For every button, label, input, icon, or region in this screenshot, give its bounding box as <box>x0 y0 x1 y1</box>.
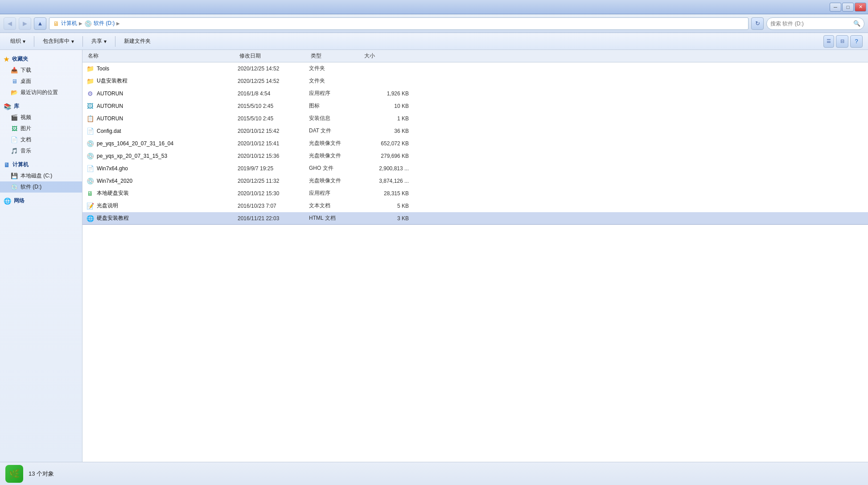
file-name: Win7x64_2020 <box>97 178 238 184</box>
file-row[interactable]: 🌐 硬盘安装教程 2016/11/21 22:03 HTML 文档 3 KB <box>82 212 868 225</box>
file-date: 2016/1/8 4:54 <box>238 90 309 97</box>
close-button[interactable]: ✕ <box>855 3 866 12</box>
file-row[interactable]: 📁 U盘安装教程 2020/12/25 14:52 文件夹 <box>82 75 868 87</box>
file-row[interactable]: 💿 Win7x64_2020 2020/12/25 11:32 光盘映像文件 3… <box>82 175 868 187</box>
sidebar-item-music[interactable]: 🎵 音乐 <box>0 145 82 156</box>
file-date: 2016/11/21 22:03 <box>238 215 309 222</box>
library-label: 库 <box>14 103 19 110</box>
file-row[interactable]: 💿 pe_yqs_1064_20_07_31_16_04 2020/10/12 … <box>82 137 868 150</box>
include-label: 包含到库中 <box>43 37 70 45</box>
computer-icon: 🖥 <box>53 20 59 27</box>
document-icon: 📄 <box>11 136 18 144</box>
file-name: 硬盘安装教程 <box>97 214 238 222</box>
forward-button[interactable]: ▶ <box>19 17 31 30</box>
file-size: 1 KB <box>362 115 416 122</box>
sidebar-section-favorites: ★ 收藏夹 📥 下载 🖥 桌面 📂 最近访问的位置 <box>0 53 82 98</box>
sidebar-network-header[interactable]: 🌐 网络 <box>0 195 82 206</box>
new-folder-button[interactable]: 新建文件夹 <box>119 36 156 47</box>
sidebar-item-drive-c[interactable]: 💾 本地磁盘 (C:) <box>0 170 82 181</box>
sidebar-item-video[interactable]: 🎬 视频 <box>0 112 82 123</box>
file-row[interactable]: 🖥 本地硬盘安装 2020/10/12 15:30 应用程序 28,315 KB <box>82 187 868 200</box>
toolbar-separator-1 <box>34 36 34 47</box>
sidebar-item-image[interactable]: 🖼 图片 <box>0 123 82 134</box>
drive-c-icon: 💾 <box>11 173 18 180</box>
file-row[interactable]: ⚙ AUTORUN 2016/1/8 4:54 应用程序 1,926 KB <box>82 87 868 100</box>
file-row[interactable]: 🖼 AUTORUN 2015/5/10 2:45 图标 10 KB <box>82 100 868 112</box>
recent-icon: 📂 <box>11 89 18 96</box>
file-icon: 🖥 <box>86 189 94 197</box>
file-row[interactable]: 📋 AUTORUN 2015/5/10 2:45 安装信息 1 KB <box>82 112 868 125</box>
file-type: 文件夹 <box>309 77 362 85</box>
back-button[interactable]: ◀ <box>4 17 16 30</box>
col-header-size[interactable]: 大小 <box>362 52 416 60</box>
new-folder-label: 新建文件夹 <box>124 37 151 45</box>
sidebar-item-document[interactable]: 📄 文档 <box>0 134 82 145</box>
col-header-name[interactable]: 名称 <box>86 52 238 60</box>
col-header-type[interactable]: 类型 <box>309 52 362 60</box>
details-view-button[interactable]: ⊟ <box>836 35 848 48</box>
minimize-button[interactable]: ─ <box>830 3 841 12</box>
include-library-button[interactable]: 包含到库中 ▾ <box>38 36 79 47</box>
file-size: 36 KB <box>362 128 416 134</box>
sidebar-favorites-header[interactable]: ★ 收藏夹 <box>0 53 82 65</box>
search-input[interactable] <box>770 21 852 27</box>
view-options-button[interactable]: ☰ <box>823 35 834 48</box>
file-date: 2020/12/25 11:32 <box>238 178 309 184</box>
file-name: AUTORUN <box>97 90 238 97</box>
col-header-date[interactable]: 修改日期 <box>238 52 309 60</box>
organize-button[interactable]: 组织 ▾ <box>5 36 30 47</box>
toolbar: 组织 ▾ 包含到库中 ▾ 共享 ▾ 新建文件夹 ☰ ⊟ ? <box>0 33 868 50</box>
file-name: pe_yqs_xp_20_07_31_15_53 <box>97 153 238 159</box>
sidebar-library-header[interactable]: 📚 库 <box>0 101 82 112</box>
sidebar-image-label: 图片 <box>21 125 31 132</box>
file-date: 2020/12/25 14:52 <box>238 66 309 72</box>
file-type: 应用程序 <box>309 90 362 97</box>
library-icon: 📚 <box>4 103 11 110</box>
sidebar-item-download[interactable]: 📥 下载 <box>0 65 82 76</box>
organize-label: 组织 <box>10 37 21 45</box>
file-type: 文件夹 <box>309 65 362 72</box>
file-row[interactable]: 📄 Win7x64.gho 2019/9/7 19:25 GHO 文件 2,90… <box>82 162 868 175</box>
file-row[interactable]: 📁 Tools 2020/12/25 14:52 文件夹 <box>82 62 868 75</box>
sidebar-drive-d-label: 软件 (D:) <box>21 183 41 191</box>
sidebar-drive-c-label: 本地磁盘 (C:) <box>21 172 52 180</box>
file-type: 光盘映像文件 <box>309 177 362 185</box>
file-name: AUTORUN <box>97 103 238 109</box>
sidebar-computer-header[interactable]: 🖥 计算机 <box>0 159 82 170</box>
file-icon: ⚙ <box>86 90 94 98</box>
computer-label: 计算机 <box>12 161 29 169</box>
file-icon: 📄 <box>86 164 94 173</box>
share-button[interactable]: 共享 ▾ <box>86 36 111 47</box>
file-size: 3 KB <box>362 215 416 222</box>
file-date: 2020/10/12 15:42 <box>238 128 309 134</box>
video-icon: 🎬 <box>11 114 18 121</box>
file-size: 2,900,813 ... <box>362 165 416 172</box>
computer-sidebar-icon: 🖥 <box>4 161 10 169</box>
status-icon: 🌿 <box>5 465 23 483</box>
help-button[interactable]: ? <box>850 35 863 48</box>
file-row[interactable]: 📝 光盘说明 2016/10/23 7:07 文本文档 5 KB <box>82 200 868 212</box>
up-button[interactable]: ▲ <box>34 17 46 30</box>
column-headers: 名称 修改日期 类型 大小 <box>82 50 868 62</box>
star-icon: ★ <box>4 56 9 63</box>
breadcrumb-sep-2: ▶ <box>116 21 120 26</box>
breadcrumb-bar: 🖥 计算机 ▶ 💿 软件 (D:) ▶ <box>49 17 749 30</box>
file-row[interactable]: 📄 Config.dat 2020/10/12 15:42 DAT 文件 36 … <box>82 125 868 137</box>
maximize-button[interactable]: □ <box>842 3 854 12</box>
music-icon: 🎵 <box>11 148 18 155</box>
file-row[interactable]: 💿 pe_yqs_xp_20_07_31_15_53 2020/10/12 15… <box>82 150 868 162</box>
sidebar-item-recent[interactable]: 📂 最近访问的位置 <box>0 87 82 98</box>
sidebar-item-desktop[interactable]: 🖥 桌面 <box>0 76 82 87</box>
sidebar-section-computer: 🖥 计算机 💾 本地磁盘 (C:) 💿 软件 (D:) <box>0 159 82 193</box>
sidebar-item-drive-d[interactable]: 💿 软件 (D:) <box>0 181 82 193</box>
toolbar-separator-3 <box>115 36 115 47</box>
network-icon: 🌐 <box>4 197 11 205</box>
sidebar-music-label: 音乐 <box>21 147 31 155</box>
breadcrumb-drive[interactable]: 软件 (D:) <box>94 20 115 27</box>
breadcrumb-computer[interactable]: 计算机 <box>61 20 77 27</box>
sidebar-document-label: 文档 <box>21 136 31 144</box>
refresh-button[interactable]: ↻ <box>751 17 764 30</box>
file-type: 光盘映像文件 <box>309 140 362 147</box>
file-name: Tools <box>97 66 238 72</box>
desktop-icon: 🖥 <box>11 78 18 85</box>
